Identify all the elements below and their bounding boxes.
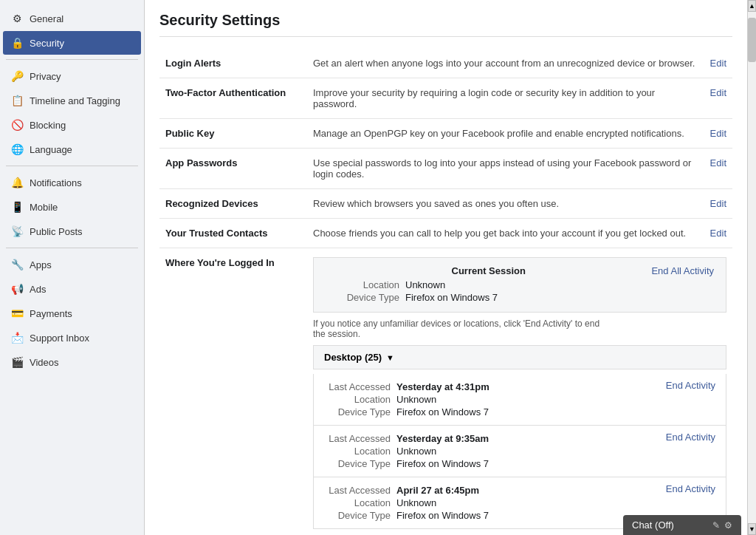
session-la-row-1: Last AccessedYesterday at 9:35am: [324, 433, 489, 444]
session-dev-value-2: Firefox on Windows 7: [396, 510, 489, 521]
sidebar-item-blocking[interactable]: 🚫Blocking: [3, 113, 141, 137]
setting-edit-0[interactable]: Edit: [703, 49, 732, 78]
sidebar-divider: [6, 166, 138, 166]
sidebar-icon-supportinbox: 📩: [10, 331, 24, 344]
settings-row: Recognized DevicesReview which browsers …: [159, 189, 732, 219]
settings-row: Login AlertsGet an alert when anyone log…: [159, 49, 732, 78]
sidebar-icon-apps: 🔧: [10, 258, 24, 271]
session-dev-label-0: Device Type: [324, 406, 391, 418]
current-session-header: Current SessionEnd All Activity: [326, 265, 714, 276]
session-dev-row-1: Device TypeFirefox on Windows 7: [324, 458, 489, 469]
edit-link-4[interactable]: Edit: [710, 198, 726, 209]
sidebar-item-payments[interactable]: 💳Payments: [3, 301, 141, 325]
setting-edit-3[interactable]: Edit: [703, 149, 732, 189]
setting-name-0: Login Alerts: [159, 49, 307, 78]
session-dev-row-0: Device TypeFirefox on Windows 7: [324, 406, 489, 418]
setting-edit-2[interactable]: Edit: [703, 119, 732, 149]
session-loc-value-2: Unknown: [396, 497, 436, 508]
chat-settings-icon[interactable]: ⚙: [724, 520, 732, 531]
setting-desc-3: Use special passwords to log into your a…: [307, 149, 703, 189]
current-session-title: Current Session: [326, 265, 651, 276]
sidebar-item-apps[interactable]: 🔧Apps: [3, 253, 141, 276]
desktop-dropdown[interactable]: Desktop (25)▼: [313, 345, 726, 369]
current-session-device-label: Device Type: [326, 292, 399, 303]
sidebar-label-privacy: Privacy: [30, 71, 61, 82]
sidebar-label-timeline: Timeline and Tagging: [30, 95, 120, 106]
settings-table: Login AlertsGet an alert when anyone log…: [159, 49, 732, 535]
current-session-location-row: LocationUnknown: [326, 279, 714, 290]
session-loc-row-2: LocationUnknown: [324, 497, 489, 508]
scroll-up-arrow[interactable]: ▲: [748, 0, 756, 12]
sidebar-item-security[interactable]: 🔒Security: [3, 31, 141, 55]
session-la-value-1: Yesterday at 9:35am: [396, 433, 489, 444]
session-left-rows-0: Last AccessedYesterday at 4:31pmLocation…: [324, 380, 489, 419]
sidebar-icon-notifications: 🔔: [10, 176, 24, 189]
sidebar-item-mobile[interactable]: 📱Mobile: [3, 195, 141, 219]
sidebar-label-notifications: Notifications: [30, 177, 82, 188]
dropdown-arrow-icon: ▼: [386, 353, 394, 362]
session-la-label-1: Last Accessed: [324, 433, 391, 444]
chat-bar-label: Chat (Off): [632, 519, 674, 531]
settings-row: App PasswordsUse special passwords to lo…: [159, 149, 732, 189]
sidebar-item-ads[interactable]: 📢Ads: [3, 277, 141, 301]
edit-link-1[interactable]: Edit: [710, 87, 726, 98]
setting-desc-0: Get an alert when anyone logs into your …: [307, 49, 703, 78]
session-loc-label-0: Location: [324, 394, 391, 405]
sidebar-item-videos[interactable]: 🎬Videos: [3, 350, 141, 374]
edit-link-3[interactable]: Edit: [710, 157, 726, 168]
sidebar-icon-language: 🌐: [10, 143, 24, 156]
main-content: Security Settings Login AlertsGet an ale…: [145, 0, 747, 535]
setting-edit-1[interactable]: Edit: [703, 78, 732, 119]
end-activity-link-0[interactable]: End Activity: [666, 380, 715, 391]
session-loc-label-2: Location: [324, 497, 391, 508]
setting-desc-2: Manage an OpenPGP key on your Facebook p…: [307, 119, 703, 149]
edit-link-0[interactable]: Edit: [710, 58, 726, 69]
session-la-label-2: Last Accessed: [324, 485, 391, 496]
session-dev-label-1: Device Type: [324, 458, 391, 469]
sidebar-label-apps: Apps: [30, 259, 52, 270]
setting-edit-4[interactable]: Edit: [703, 189, 732, 219]
current-session-device-value: Firefox on Windows 7: [405, 292, 498, 303]
sidebar-icon-mobile: 📱: [10, 200, 24, 214]
sidebar-icon-ads: 📢: [10, 282, 24, 296]
sidebar-label-ads: Ads: [30, 284, 46, 295]
edit-link-2[interactable]: Edit: [710, 128, 726, 139]
sidebar-label-language: Language: [30, 144, 72, 155]
end-activity-link-1[interactable]: End Activity: [666, 432, 715, 443]
session-entry-header-1: Last AccessedYesterday at 9:35amLocation…: [324, 432, 715, 471]
setting-name-5: Your Trusted Contacts: [159, 219, 307, 248]
setting-edit-5[interactable]: Edit: [703, 219, 732, 248]
sidebar-item-supportinbox[interactable]: 📩Support Inbox: [3, 326, 141, 350]
scroll-down-arrow[interactable]: ▼: [748, 523, 756, 535]
sidebar-icon-blocking: 🚫: [10, 118, 24, 132]
session-loc-value-0: Unknown: [396, 394, 436, 405]
scroll-track: [748, 12, 756, 523]
sidebar-item-language[interactable]: 🌐Language: [3, 137, 141, 161]
chat-edit-icon[interactable]: ✎: [712, 520, 720, 531]
logged-in-row: Where You're Logged InCurrent SessionEnd…: [159, 248, 732, 536]
current-session-location-value: Unknown: [405, 279, 445, 290]
session-left-rows-2: Last AccessedApril 27 at 6:45pmLocationU…: [324, 483, 489, 522]
sidebar-item-timeline[interactable]: 📋Timeline and Tagging: [3, 89, 141, 112]
scrollbar[interactable]: ▲ ▼: [747, 0, 756, 535]
sidebar-item-privacy[interactable]: 🔑Privacy: [3, 64, 141, 88]
chat-icons: ✎ ⚙: [712, 520, 732, 531]
chat-bar[interactable]: Chat (Off) ✎ ⚙: [623, 515, 741, 535]
session-la-row-0: Last AccessedYesterday at 4:31pm: [324, 381, 489, 392]
unfamiliar-notice: If you notice any unfamiliar devices or …: [313, 318, 608, 339]
sidebar-label-mobile: Mobile: [30, 202, 58, 213]
sidebar-item-general[interactable]: ⚙General: [3, 7, 141, 30]
sidebar-item-publicposts[interactable]: 📡Public Posts: [3, 219, 141, 243]
sidebar-label-general: General: [30, 13, 63, 24]
session-la-row-2: Last AccessedApril 27 at 6:45pm: [324, 485, 489, 496]
session-la-value-2: April 27 at 6:45pm: [396, 485, 479, 496]
scroll-thumb[interactable]: [748, 18, 756, 62]
sidebar-icon-general: ⚙: [10, 12, 24, 25]
end-all-activity-link[interactable]: End All Activity: [651, 265, 714, 276]
edit-link-5[interactable]: Edit: [710, 228, 726, 239]
settings-row: Two-Factor AuthenticationImprove your se…: [159, 78, 732, 119]
session-dev-value-1: Firefox on Windows 7: [396, 458, 489, 469]
session-left-rows-1: Last AccessedYesterday at 9:35amLocation…: [324, 432, 489, 471]
sidebar-item-notifications[interactable]: 🔔Notifications: [3, 171, 141, 194]
end-activity-link-2[interactable]: End Activity: [666, 483, 715, 494]
